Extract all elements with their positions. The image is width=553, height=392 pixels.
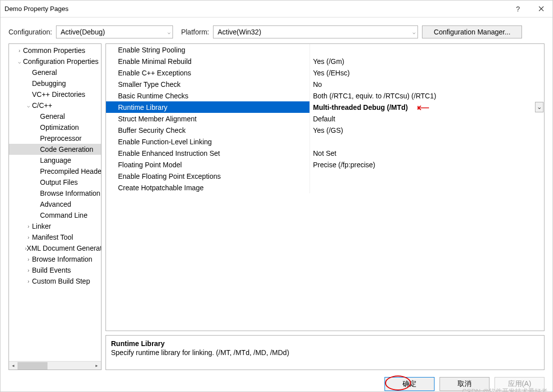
scroll-thumb[interactable]	[18, 362, 48, 370]
description-panel: Runtime Library Specify runtime library …	[106, 335, 544, 370]
tree-cc-output-files[interactable]: Output Files	[9, 177, 101, 188]
toolbar: Configuration: Active(Debug) ⌵ Platform:…	[0, 17, 552, 43]
property-value[interactable]: Yes (/Gm)	[310, 55, 544, 67]
property-name: Enable Enhanced Instruction Set	[106, 147, 310, 159]
chevron-down-icon: ⌵	[168, 29, 170, 35]
property-value[interactable]	[310, 44, 544, 55]
tree-browse-information[interactable]: ›Browse Information	[9, 254, 101, 265]
property-value[interactable]	[310, 170, 544, 182]
property-name: Create Hotpatchable Image	[106, 182, 310, 193]
property-row[interactable]: Floating Point ModelPrecise (/fp:precise…	[106, 159, 544, 170]
property-value[interactable]: Multi-threaded Debug (/MTd)⌵	[310, 101, 544, 113]
tree-cc-advanced[interactable]: Advanced	[9, 199, 101, 210]
annotation-arrow-icon	[415, 103, 430, 111]
chevron-down-icon: ⌵	[412, 29, 416, 35]
tree-cc-general[interactable]: General	[9, 111, 101, 122]
horizontal-scrollbar[interactable]: ◂ ▸	[9, 361, 101, 370]
property-panel: Enable String PoolingEnable Minimal Rebu…	[106, 43, 544, 370]
tree-manifest-tool[interactable]: ›Manifest Tool	[9, 232, 101, 243]
property-name: Enable C++ Exceptions	[106, 67, 310, 78]
property-row[interactable]: Runtime LibraryMulti-threaded Debug (/MT…	[106, 101, 544, 113]
description-title: Runtime Library	[111, 340, 539, 348]
tree-cc-language[interactable]: Language	[9, 155, 101, 166]
property-row[interactable]: Struct Member AlignmentDefault	[106, 113, 544, 124]
property-name: Floating Point Model	[106, 159, 310, 170]
tree-cc-optimization[interactable]: Optimization	[9, 122, 101, 133]
property-row[interactable]: Enable Enhanced Instruction SetNot Set	[106, 147, 544, 159]
tree-cc-command-line[interactable]: Command Line	[9, 210, 101, 221]
collapse-icon[interactable]: ⌵	[25, 103, 32, 108]
window-title: Demo Property Pages	[4, 5, 506, 12]
footer: 确定 取消 应用(A) CSDN @软件开发技术爱好者	[0, 370, 552, 392]
property-value[interactable]: Yes (/EHsc)	[310, 67, 544, 78]
tree-cc-code-generation[interactable]: Code Generation	[9, 144, 101, 155]
expand-icon[interactable]: ›	[25, 224, 32, 229]
property-name: Struct Member Alignment	[106, 113, 310, 124]
property-row[interactable]: Create Hotpatchable Image	[106, 182, 544, 193]
property-row[interactable]: Enable String Pooling	[106, 44, 544, 55]
tree-build-events[interactable]: ›Build Events	[9, 265, 101, 276]
category-tree[interactable]: ›Common Properties ⌵Configuration Proper…	[8, 43, 102, 370]
property-name: Smaller Type Check	[106, 78, 310, 90]
tree-c-cpp[interactable]: ⌵C/C++	[9, 100, 101, 111]
property-value[interactable]: No	[310, 78, 544, 90]
chevron-down-icon: ⌵	[538, 105, 540, 110]
property-value[interactable]: Not Set	[310, 147, 544, 159]
platform-label: Platform:	[181, 28, 209, 36]
property-row[interactable]: Buffer Security CheckYes (/GS)	[106, 124, 544, 136]
help-button[interactable]: ?	[506, 0, 530, 17]
property-row[interactable]: Enable Floating Point Exceptions	[106, 170, 544, 182]
configuration-combo[interactable]: Active(Debug) ⌵	[56, 25, 173, 38]
tree-debugging[interactable]: Debugging	[9, 78, 101, 89]
configuration-value: Active(Debug)	[60, 28, 105, 36]
tree-cc-precompiled-headers[interactable]: Precompiled Headers	[9, 166, 101, 177]
expand-icon[interactable]: ›	[25, 235, 32, 240]
ok-button[interactable]: 确定	[384, 377, 434, 391]
property-row[interactable]: Basic Runtime ChecksBoth (/RTC1, equiv. …	[106, 90, 544, 101]
tree-linker[interactable]: ›Linker	[9, 221, 101, 232]
tree-cc-browse-information[interactable]: Browse Information	[9, 188, 101, 199]
property-grid[interactable]: Enable String PoolingEnable Minimal Rebu…	[106, 43, 544, 331]
property-value[interactable]: Default	[310, 113, 544, 124]
tree-xml-document-generator[interactable]: ›XML Document Generator	[9, 243, 101, 254]
tree-cc-preprocessor[interactable]: Preprocessor	[9, 133, 101, 144]
property-value[interactable]: Precise (/fp:precise)	[310, 159, 544, 170]
platform-value: Active(Win32)	[218, 28, 261, 36]
expand-icon[interactable]: ›	[25, 268, 32, 273]
property-name: Basic Runtime Checks	[106, 90, 310, 101]
property-name: Buffer Security Check	[106, 124, 310, 136]
scroll-right-icon[interactable]: ▸	[92, 362, 101, 370]
property-row[interactable]: Enable Function-Level Linking	[106, 136, 544, 147]
property-name: Enable Function-Level Linking	[106, 136, 310, 147]
property-value[interactable]	[310, 136, 544, 147]
expand-icon[interactable]: ›	[25, 257, 32, 262]
property-name: Enable Floating Point Exceptions	[106, 170, 310, 182]
platform-combo[interactable]: Active(Win32) ⌵	[213, 25, 418, 38]
content-area: ›Common Properties ⌵Configuration Proper…	[0, 43, 552, 370]
expand-icon[interactable]: ›	[25, 279, 32, 284]
tree-custom-build-step[interactable]: ›Custom Build Step	[9, 276, 101, 287]
close-button[interactable]	[530, 0, 552, 17]
tree-vc-directories[interactable]: VC++ Directories	[9, 89, 101, 100]
expand-icon[interactable]: ›	[16, 48, 23, 53]
configuration-label: Configuration:	[8, 28, 52, 36]
collapse-icon[interactable]: ⌵	[16, 59, 23, 64]
tree-configuration-properties[interactable]: ⌵Configuration Properties	[9, 56, 101, 67]
watermark: CSDN @软件开发技术爱好者	[462, 387, 548, 392]
property-value[interactable]: Both (/RTC1, equiv. to /RTCsu) (/RTC1)	[310, 90, 544, 101]
property-row[interactable]: Smaller Type CheckNo	[106, 78, 544, 90]
property-row[interactable]: Enable C++ ExceptionsYes (/EHsc)	[106, 67, 544, 78]
property-value[interactable]	[310, 182, 544, 193]
property-name: Enable String Pooling	[106, 44, 310, 55]
titlebar: Demo Property Pages ?	[0, 0, 552, 17]
tree-common-properties[interactable]: ›Common Properties	[9, 45, 101, 56]
close-icon	[538, 6, 544, 11]
tree-general[interactable]: General	[9, 67, 101, 78]
configuration-manager-button[interactable]: Configuration Manager...	[422, 25, 522, 38]
description-text: Specify runtime library for linking. (/M…	[111, 349, 539, 357]
property-name: Enable Minimal Rebuild	[106, 55, 310, 67]
scroll-left-icon[interactable]: ◂	[9, 362, 18, 370]
property-value[interactable]: Yes (/GS)	[310, 124, 544, 136]
property-row[interactable]: Enable Minimal RebuildYes (/Gm)	[106, 55, 544, 67]
dropdown-button[interactable]: ⌵	[535, 102, 544, 112]
